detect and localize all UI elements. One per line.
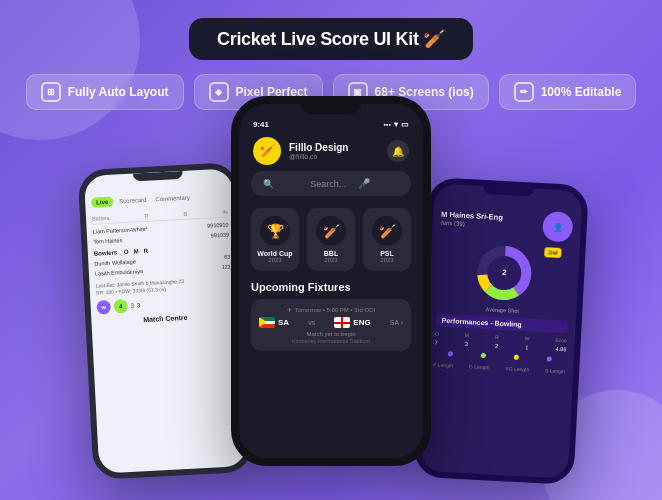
player-avatar: 👤 xyxy=(542,211,574,243)
phone-center: 9:41 ▪▪▪ ▾ ▭ 🏏 Filllo Design @filllo.co … xyxy=(231,96,431,466)
profile-handle: @filllo.co xyxy=(289,153,387,160)
tab-scorecard[interactable]: Scorecard xyxy=(116,195,150,207)
avatar: 🏏 xyxy=(253,137,281,165)
psl-year: 2023 xyxy=(367,257,407,263)
battery-icon: ▭ xyxy=(401,120,409,129)
dot-short-length xyxy=(547,356,552,361)
tab-live[interactable]: Live xyxy=(91,197,114,208)
feature-editable: ✏ 100% Editable xyxy=(499,74,637,110)
vs-text: vs xyxy=(308,319,315,326)
last-bat: Last Bat: Jamie Smith b Manasinghe 23SR:… xyxy=(95,275,232,296)
notch-left xyxy=(133,171,183,182)
flag-eng xyxy=(334,317,350,328)
auto-layout-label: Fully Auto Layout xyxy=(68,85,169,99)
search-bar[interactable]: 🔍 Search... 🎤 xyxy=(251,171,411,196)
dot-full-length xyxy=(448,351,453,356)
donut-chart: 2 xyxy=(473,242,536,305)
main-title: Cricket Live Score UI Kit 🏏 xyxy=(217,28,445,50)
badge-wide: w xyxy=(96,300,111,315)
psl-name: PSL xyxy=(367,250,407,257)
team-eng-name: ENG xyxy=(353,318,370,327)
match-centre: Match Centre xyxy=(97,311,233,325)
dot-good-length xyxy=(481,353,486,358)
worldcup-icon: 🏆 xyxy=(260,216,290,246)
fixture-venue: Kimberley International Stadium xyxy=(259,338,403,344)
donut-container: 2 2nd xyxy=(437,240,572,307)
profile-name: Filllo Design xyxy=(289,142,387,153)
tournament-bbl[interactable]: 🏏 BBL 2023 xyxy=(307,208,355,271)
svg-text:2: 2 xyxy=(502,268,507,277)
worldcup-year: 2023 xyxy=(255,257,295,263)
pixel-perfect-icon: ◈ xyxy=(209,82,229,102)
upcoming-title: Upcoming Fixtures xyxy=(239,281,423,299)
bbl-year: 2023 xyxy=(311,257,351,263)
tournaments-row: 🏆 World Cup 2023 🏏 BBL 2023 🏏 PSL 2023 xyxy=(239,204,423,281)
wifi-icon: ▾ xyxy=(394,120,398,129)
status-right: ▪▪▪ ▾ ▭ xyxy=(384,120,409,129)
fixture-card: ✈ Tomorrow • 5:00 PM • 3rd ODI SA vs ENG… xyxy=(251,299,411,351)
notch-right xyxy=(483,186,533,197)
fixture-meta: ✈ Tomorrow • 5:00 PM • 3rd ODI xyxy=(259,306,403,313)
tournament-worldcup[interactable]: 🏆 World Cup 2023 xyxy=(251,208,299,271)
team-sa-name: SA xyxy=(278,318,289,327)
flag-sa xyxy=(259,317,275,328)
auto-layout-icon: ⊞ xyxy=(41,82,61,102)
bbl-name: BBL xyxy=(311,250,351,257)
fixture-date: Tomorrow • 5:00 PM • 3rd ODI xyxy=(295,307,376,313)
next-match-label: SA › xyxy=(390,319,403,326)
score-badges: w 4 3 3 xyxy=(96,293,233,314)
profile-info: Filllo Design @filllo.co xyxy=(289,142,387,160)
feature-auto-layout: ⊞ Fully Auto Layout xyxy=(26,74,184,110)
psl-icon: 🏏 xyxy=(372,216,402,246)
tournament-psl[interactable]: 🏏 PSL 2023 xyxy=(363,208,411,271)
center-phone-content: 9:41 ▪▪▪ ▾ ▭ 🏏 Filllo Design @filllo.co … xyxy=(239,114,423,466)
notch-center xyxy=(301,104,361,114)
badge-four: 4 xyxy=(113,299,128,314)
tab-commentary[interactable]: Commentary xyxy=(152,192,193,204)
notification-icon[interactable]: 🔔 xyxy=(387,140,409,162)
left-phone-content: Live Scorecard Commentary Batters R B 4s… xyxy=(85,182,240,334)
team-sa: SA xyxy=(259,317,289,328)
tabs-row: Live Scorecard Commentary xyxy=(91,191,227,208)
length-labels: F Length G Length SG Length S Length xyxy=(433,361,565,374)
right-phone-content: M Haines Sri-Eng runs (39) 👤 2 2nd Avera… xyxy=(419,197,582,485)
search-placeholder: Search... xyxy=(310,179,351,189)
status-time: 9:41 xyxy=(253,120,269,129)
fixture-teams: SA vs ENG SA › xyxy=(259,317,403,328)
phones-container: Live Scorecard Commentary Batters R B 4s… xyxy=(0,126,662,466)
best-label: 2nd xyxy=(544,247,561,258)
signal-icon: ▪▪▪ xyxy=(384,121,391,128)
title-pill: Cricket Live Score UI Kit 🏏 xyxy=(189,18,473,60)
profile-header: 🏏 Filllo Design @filllo.co 🔔 xyxy=(239,133,423,171)
dot-sg-length xyxy=(514,355,519,360)
phone-right: M Haines Sri-Eng runs (39) 👤 2 2nd Avera… xyxy=(413,177,588,485)
team-eng: ENG xyxy=(334,317,370,328)
worldcup-name: World Cup xyxy=(255,250,295,257)
editable-label: 100% Editable xyxy=(541,85,622,99)
search-icon: 🔍 xyxy=(263,179,304,189)
bowling-section-title: Performances - Bowling xyxy=(435,314,567,334)
phone-left: Live Scorecard Commentary Batters R B 4s… xyxy=(78,162,254,480)
status-bar: 9:41 ▪▪▪ ▾ ▭ xyxy=(239,114,423,133)
mic-icon: 🎤 xyxy=(358,178,399,189)
fixture-status: Match yet to begin xyxy=(259,331,403,337)
bbl-icon: 🏏 xyxy=(316,216,346,246)
editable-icon: ✏ xyxy=(514,82,534,102)
